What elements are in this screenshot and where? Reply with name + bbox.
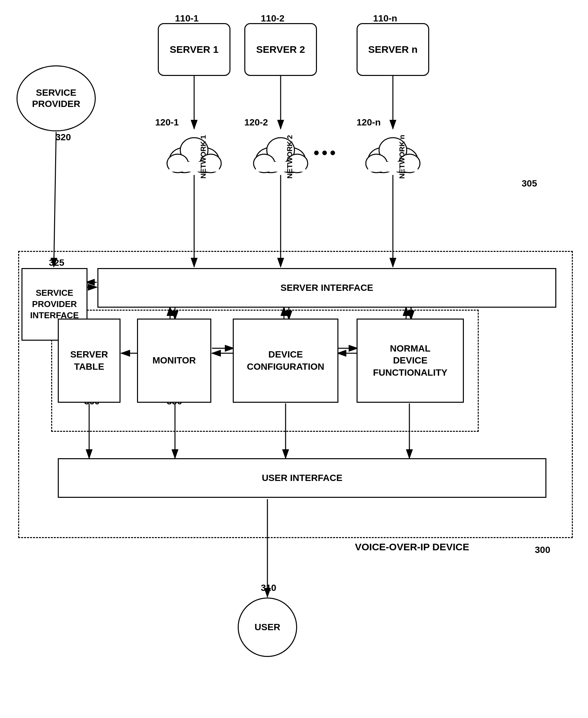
dots-separator: •••: [314, 144, 338, 162]
diagram-container: 110-1 110-2 110-n 120-1 120-2 120-n 305 …: [0, 0, 588, 718]
ref-305: 305: [522, 178, 537, 189]
ref-110-1: 110-1: [175, 13, 199, 24]
ref-310: 310: [261, 583, 276, 593]
ref-110-n: 110-n: [373, 13, 397, 24]
network2-cloud: NETWORK 2: [241, 125, 320, 182]
ref-110-2: 110-2: [261, 13, 285, 24]
normal-device-functionality-box: NORMAL DEVICE FUNCTIONALITY: [357, 319, 464, 403]
server-table-box: SERVER TABLE: [58, 319, 121, 403]
ref-300: 300: [535, 545, 550, 555]
ref-320: 320: [56, 132, 71, 143]
svg-rect-37: [169, 162, 219, 172]
user-circle: USER: [238, 597, 297, 657]
server2-box: SERVER 2: [244, 23, 317, 76]
svg-text:NETWORK 2: NETWORK 2: [286, 135, 294, 178]
networkn-cloud: NETWORK n: [353, 125, 433, 182]
service-provider-circle: SERVICE PROVIDER: [17, 65, 96, 131]
svg-line-8: [54, 132, 56, 267]
device-configuration-box: DEVICE CONFIGURATION: [233, 319, 338, 403]
server1-box: SERVER 1: [158, 23, 230, 76]
svg-text:NETWORK 1: NETWORK 1: [199, 135, 207, 178]
svg-rect-44: [256, 162, 306, 172]
servern-box: SERVER n: [357, 23, 429, 76]
monitor-box: MONITOR: [137, 319, 211, 403]
svg-rect-51: [368, 162, 418, 172]
voip-device-label: VOICE-OVER-IP DEVICE: [355, 542, 469, 553]
server-interface-box: SERVER INTERFACE: [98, 268, 556, 308]
network1-cloud: NETWORK 1: [154, 125, 234, 182]
user-interface-box: USER INTERFACE: [58, 458, 546, 498]
svg-text:NETWORK n: NETWORK n: [398, 135, 406, 178]
